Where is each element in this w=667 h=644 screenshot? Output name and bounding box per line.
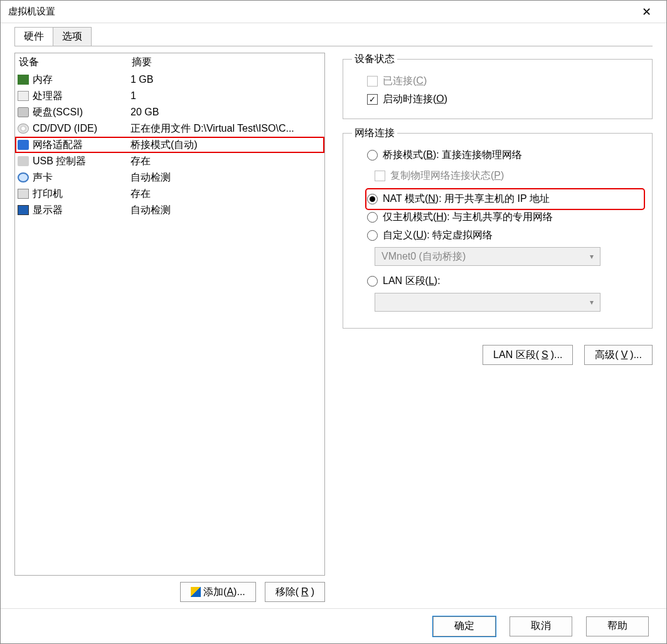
cancel-button[interactable]: 取消 bbox=[510, 616, 572, 636]
device-summary: 存在 bbox=[131, 187, 322, 201]
window-title: 虚拟机设置 bbox=[8, 6, 55, 18]
device-name: 网络适配器 bbox=[33, 139, 83, 152]
vm-settings-dialog: 虚拟机设置 ✕ 硬件 选项 设备 摘要 内存1 GB处理器1硬盘(SCSI)20… bbox=[0, 0, 667, 644]
radio-icon bbox=[367, 150, 378, 161]
ok-button[interactable]: 确定 bbox=[433, 616, 496, 636]
device-list-header: 设备 摘要 bbox=[15, 53, 324, 71]
tab-bar: 硬件 选项 bbox=[14, 27, 666, 46]
custom-combo-value: VMnet0 (自动桥接) bbox=[382, 250, 466, 263]
radio-icon bbox=[367, 230, 378, 241]
device-summary: 桥接模式(自动) bbox=[131, 139, 322, 152]
device-summary: 自动检测 bbox=[131, 171, 322, 184]
hostonly-label: 仅主机模式(H): 与主机共享的专用网络 bbox=[383, 211, 553, 224]
cpu-icon bbox=[18, 91, 29, 101]
col-summary: 摘要 bbox=[132, 56, 152, 69]
lan-label: LAN 区段(L): bbox=[383, 275, 440, 288]
nat-label: NAT 模式(N): 用于共享主机的 IP 地址 bbox=[383, 193, 550, 206]
add-label: 添加(A)... bbox=[203, 586, 245, 599]
mem-icon bbox=[18, 75, 29, 85]
device-name: 处理器 bbox=[33, 90, 63, 103]
device-panel: 设备 摘要 内存1 GB处理器1硬盘(SCSI)20 GBCD/DVD (IDE… bbox=[14, 53, 325, 602]
device-row-net[interactable]: 网络适配器桥接模式(自动) bbox=[15, 137, 324, 153]
settings-panel: 设备状态 已连接(C) ✓ 启动时连接(O) 网络连接 桥接模式(B): 直接连… bbox=[343, 53, 653, 602]
device-summary: 自动检测 bbox=[131, 204, 322, 217]
device-row-prn[interactable]: 打印机存在 bbox=[15, 186, 324, 202]
device-buttons: 添加(A)... 移除(R) bbox=[14, 582, 325, 602]
device-state-group: 设备状态 已连接(C) ✓ 启动时连接(O) bbox=[343, 53, 653, 119]
help-button[interactable]: 帮助 bbox=[586, 616, 649, 636]
radio-custom[interactable]: 自定义(U): 特定虚拟网络 bbox=[367, 226, 643, 245]
replicate-label: 复制物理网络连接状态(P) bbox=[390, 169, 504, 182]
device-row-cd[interactable]: CD/DVD (IDE)正在使用文件 D:\Virtual Test\ISO\C… bbox=[15, 120, 324, 137]
connected-label: 已连接(C) bbox=[383, 75, 427, 88]
add-button[interactable]: 添加(A)... bbox=[180, 582, 256, 602]
device-row-usb[interactable]: USB 控制器存在 bbox=[15, 153, 324, 169]
device-summary: 1 GB bbox=[131, 74, 322, 85]
usb-icon bbox=[18, 156, 29, 166]
device-row-snd[interactable]: 声卡自动检测 bbox=[15, 169, 324, 186]
snd-icon bbox=[18, 172, 29, 182]
dialog-body: 硬件 选项 设备 摘要 内存1 GB处理器1硬盘(SCSI)20 GBCD/DV… bbox=[1, 23, 666, 608]
disp-icon bbox=[18, 205, 29, 215]
radio-icon bbox=[367, 212, 378, 223]
remove-button[interactable]: 移除(R) bbox=[265, 582, 325, 602]
lan-segment-combo: ▾ bbox=[375, 293, 600, 312]
network-connection-group: 网络连接 桥接模式(B): 直接连接物理网络 复制物理网络连接状态(P) NAT… bbox=[343, 127, 653, 329]
checkbox-icon bbox=[375, 171, 385, 181]
dialog-footer: 确定 取消 帮助 bbox=[1, 608, 666, 643]
radio-hostonly[interactable]: 仅主机模式(H): 与主机共享的专用网络 bbox=[367, 208, 643, 226]
device-name: 打印机 bbox=[33, 187, 63, 201]
device-name: 硬盘(SCSI) bbox=[33, 106, 83, 119]
checkbox-connect-at-poweron[interactable]: ✓ 启动时连接(O) bbox=[367, 90, 643, 108]
device-row-cpu[interactable]: 处理器1 bbox=[15, 88, 324, 104]
shield-icon bbox=[191, 587, 201, 597]
net-icon bbox=[18, 140, 29, 150]
checkbox-connected: 已连接(C) bbox=[367, 72, 643, 90]
radio-icon bbox=[367, 194, 378, 204]
tab-hardware[interactable]: 硬件 bbox=[14, 27, 53, 46]
device-summary: 存在 bbox=[131, 155, 322, 168]
device-name: 声卡 bbox=[33, 171, 53, 184]
radio-lan-segment[interactable]: LAN 区段(L): bbox=[367, 272, 643, 290]
custom-network-combo: VMnet0 (自动桥接) ▾ bbox=[375, 247, 600, 266]
radio-icon bbox=[367, 276, 378, 287]
prn-icon bbox=[18, 189, 29, 199]
device-row-disp[interactable]: 显示器自动检测 bbox=[15, 202, 324, 218]
device-list[interactable]: 设备 摘要 内存1 GB处理器1硬盘(SCSI)20 GBCD/DVD (IDE… bbox=[14, 53, 325, 576]
checkbox-replicate-state: 复制物理网络连接状态(P) bbox=[375, 167, 643, 185]
device-row-mem[interactable]: 内存1 GB bbox=[15, 71, 324, 88]
tab-options[interactable]: 选项 bbox=[53, 27, 92, 46]
checkbox-icon bbox=[367, 76, 378, 87]
network-legend: 网络连接 bbox=[352, 127, 397, 140]
device-name: CD/DVD (IDE) bbox=[33, 123, 97, 134]
hardware-pane: 设备 摘要 内存1 GB处理器1硬盘(SCSI)20 GBCD/DVD (IDE… bbox=[14, 46, 653, 602]
lan-segments-button[interactable]: LAN 区段(S)... bbox=[483, 345, 573, 365]
radio-nat[interactable]: NAT 模式(N): 用于共享主机的 IP 地址 bbox=[367, 190, 643, 208]
chevron-down-icon: ▾ bbox=[590, 298, 594, 307]
poweron-label: 启动时连接(O) bbox=[383, 93, 447, 106]
device-state-legend: 设备状态 bbox=[352, 53, 397, 66]
checkbox-icon: ✓ bbox=[367, 94, 378, 105]
bridged-label: 桥接模式(B): 直接连接物理网络 bbox=[383, 149, 522, 162]
device-row-hdd[interactable]: 硬盘(SCSI)20 GB bbox=[15, 104, 324, 120]
radio-bridged[interactable]: 桥接模式(B): 直接连接物理网络 bbox=[367, 146, 643, 164]
titlebar: 虚拟机设置 ✕ bbox=[1, 1, 666, 23]
close-icon[interactable]: ✕ bbox=[634, 5, 659, 19]
device-name: USB 控制器 bbox=[33, 155, 86, 168]
col-device: 设备 bbox=[19, 56, 132, 69]
cd-icon bbox=[18, 124, 29, 134]
device-name: 内存 bbox=[33, 73, 53, 87]
device-summary: 20 GB bbox=[131, 107, 322, 118]
hdd-icon bbox=[18, 107, 29, 117]
custom-label: 自定义(U): 特定虚拟网络 bbox=[383, 229, 493, 242]
device-summary: 正在使用文件 D:\Virtual Test\ISO\C... bbox=[131, 122, 322, 135]
network-extra-buttons: LAN 区段(S)... 高级(V)... bbox=[343, 345, 653, 365]
chevron-down-icon: ▾ bbox=[590, 252, 594, 261]
device-summary: 1 bbox=[131, 90, 322, 102]
device-name: 显示器 bbox=[33, 204, 63, 217]
advanced-button[interactable]: 高级(V)... bbox=[584, 345, 653, 365]
